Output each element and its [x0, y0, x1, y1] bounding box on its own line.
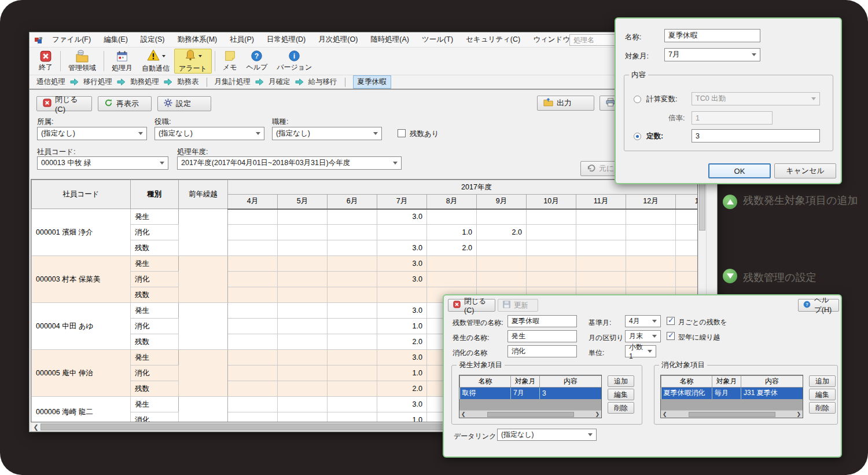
base-month-select[interactable]: 4月 — [625, 315, 661, 327]
version-button[interactable]: i バージョン — [272, 49, 317, 74]
scroll-right-icon[interactable]: ❯ — [595, 411, 599, 417]
grid-value-cell — [477, 256, 527, 272]
ok-button[interactable]: OK — [708, 163, 771, 178]
occur-items-table[interactable]: 名称 対象月 内容 取得 7月 3 ❮❯ — [459, 375, 602, 418]
mini-horizontal-scrollbar[interactable]: ❮❯ — [661, 410, 803, 418]
manage-name-input[interactable]: 夏季休暇 — [507, 315, 577, 327]
mini-horizontal-scrollbar[interactable]: ❮❯ — [459, 410, 601, 418]
menu-item[interactable]: 随時処理(A) — [364, 33, 415, 46]
consume-items-table[interactable]: 名称 対象月 内容 夏季休暇消化 毎月 J31 夏季休 ❮❯ — [660, 375, 803, 418]
rate-value: 1 — [696, 114, 700, 122]
alert-button[interactable]: アラート — [174, 49, 212, 74]
employee-code-select[interactable]: 000013 中牧 緑 — [37, 156, 168, 170]
grid-employee-cell: 000001 濱畑 浄介 — [32, 209, 131, 256]
breadcrumb-item[interactable]: 月確定 — [269, 77, 290, 87]
breadcrumb-item[interactable]: 移行処理 — [83, 77, 112, 87]
grid-row[interactable]: 消化1.02.0 — [32, 225, 698, 240]
breadcrumb-arrow-icon — [164, 78, 172, 86]
dialog-help-button[interactable]: ? ヘルプ(H) — [798, 299, 839, 312]
datalink-select[interactable]: (指定なし) — [497, 429, 597, 441]
menu-item[interactable]: 月次処理(O) — [312, 33, 364, 46]
grid-row[interactable]: 000001 濱畑 浄介発生3.0 — [32, 209, 698, 225]
grid-value-cell — [576, 240, 626, 256]
menu-item[interactable]: セキュリティ(C) — [459, 33, 527, 46]
grid-row[interactable]: 残数3.02.0 — [32, 240, 698, 256]
calc-var-radio[interactable] — [634, 96, 641, 103]
cancel-button[interactable]: キャンセル — [774, 163, 836, 178]
consume-delete-button[interactable]: 削除 — [809, 402, 836, 414]
grid-value-cell — [626, 272, 676, 287]
refresh-button[interactable]: 再表示 — [98, 96, 152, 111]
occur-add-button[interactable]: 追加 — [608, 375, 634, 387]
menu-item[interactable]: 設定(S) — [134, 33, 171, 46]
menu-item[interactable]: 日常処理(D) — [260, 33, 312, 46]
dropdown-caret-icon[interactable] — [162, 55, 165, 59]
mini-table-row[interactable]: 夏季休暇消化 毎月 J31 夏季休 — [661, 388, 803, 399]
settings-button[interactable]: 設定 — [157, 96, 211, 111]
occur-delete-button[interactable]: 削除 — [608, 402, 634, 414]
role-select[interactable]: (指定なし) — [155, 127, 264, 140]
breadcrumb-separator — [207, 78, 207, 87]
exit-button[interactable]: 終了 — [34, 49, 57, 74]
update-button[interactable]: 更新 — [498, 299, 538, 312]
help-button[interactable]: ? ヘルプ — [241, 49, 272, 74]
output-button[interactable]: 出力 — [537, 96, 594, 111]
menu-item[interactable]: ツール(T) — [415, 33, 459, 46]
menu-item[interactable]: 編集(E) — [97, 33, 134, 46]
unit-label: 単位: — [589, 348, 604, 358]
constant-input[interactable]: 3 — [692, 129, 820, 142]
svg-text:?: ? — [255, 52, 259, 60]
grid-value-cell — [228, 350, 278, 366]
grid-value-cell — [228, 287, 278, 303]
monthly-remainder-checkbox[interactable] — [667, 317, 675, 325]
remain-checkbox[interactable] — [398, 129, 406, 137]
grid-type-cell: 残数 — [131, 240, 179, 256]
auto-comm-button[interactable]: 自動通信 — [137, 49, 174, 74]
grid-row[interactable]: 000003 村本 保菜美発生3.0 — [32, 256, 698, 272]
mini-table-row[interactable]: 取得 7月 3 — [460, 388, 602, 399]
mini-scrollbar-thumb[interactable] — [487, 412, 574, 417]
menu-item[interactable]: 勤務体系(M) — [171, 33, 223, 46]
breadcrumb-active-tab[interactable]: 夏季休暇 — [353, 75, 391, 89]
dept-select[interactable]: (指定なし) — [37, 127, 147, 140]
menu-item[interactable]: 社員(P) — [223, 33, 260, 46]
carryover-checkbox[interactable] — [667, 332, 675, 340]
breadcrumb-item[interactable]: 勤務処理 — [130, 77, 159, 87]
memo-button[interactable]: メモ — [218, 49, 242, 74]
breadcrumb-item[interactable]: 勤務表 — [177, 77, 199, 87]
close-button[interactable]: 閉じる(C) — [36, 96, 92, 111]
scroll-right-icon[interactable]: ❯ — [796, 411, 801, 417]
breadcrumb-item[interactable]: 通信処理 — [36, 77, 65, 87]
mini-scrollbar-thumb[interactable] — [689, 412, 775, 417]
consume-name-value: 消化 — [512, 346, 525, 356]
grid-value-cell: 3.0 — [377, 397, 427, 412]
dropdown-caret-icon[interactable] — [198, 55, 202, 59]
scroll-left-icon[interactable]: ❮ — [663, 411, 667, 417]
target-month-value: 7月 — [668, 50, 679, 60]
grid-row[interactable]: 消化3.0 — [32, 272, 698, 287]
scroll-left-icon[interactable]: ❮ — [31, 423, 41, 431]
process-year-select[interactable]: 2017年度(2017年04月01日~2018年03月31日)今年度 — [177, 156, 402, 170]
process-month-button[interactable]: 処理月 — [107, 49, 137, 74]
manage-name-value: 夏季休暇 — [512, 316, 539, 326]
breadcrumb-item[interactable]: 給与移行 — [308, 77, 337, 87]
grid-value-cell — [328, 303, 377, 319]
month-split-select[interactable]: 月末 — [625, 330, 661, 342]
occur-name-input[interactable]: 発生 — [507, 330, 577, 342]
menu-item[interactable]: ファイル(F) — [46, 33, 97, 46]
consume-edit-button[interactable]: 編集 — [809, 389, 836, 400]
occur-edit-button[interactable]: 編集 — [608, 389, 634, 400]
jobtype-select[interactable]: (指定なし) — [272, 127, 382, 140]
target-month-select[interactable]: 7月 — [664, 48, 760, 61]
consume-name-input[interactable]: 消化 — [507, 345, 577, 357]
vertical-scrollbar-thumb[interactable] — [699, 181, 705, 231]
unit-select[interactable]: 小数1 — [625, 345, 656, 357]
grid-value-cell — [328, 381, 377, 397]
breadcrumb-item[interactable]: 月集計処理 — [215, 77, 251, 87]
name-input[interactable]: 夏季休暇 — [664, 29, 760, 42]
admin-area-button[interactable]: 管理領域 — [64, 49, 101, 74]
constant-radio[interactable] — [634, 133, 641, 140]
dialog-close-button[interactable]: 閉じる(C) — [448, 299, 495, 312]
scroll-left-icon[interactable]: ❮ — [461, 411, 466, 417]
consume-add-button[interactable]: 追加 — [809, 375, 836, 387]
